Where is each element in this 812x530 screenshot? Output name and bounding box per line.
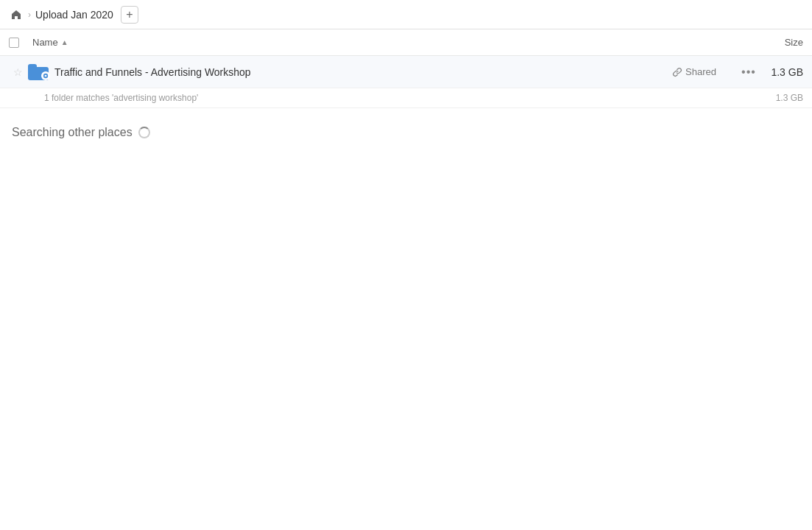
home-button[interactable] (6, 4, 27, 25)
folder-icon (28, 64, 49, 80)
star-icon: ☆ (13, 66, 23, 78)
add-tab-button[interactable]: + (121, 6, 138, 24)
match-info-size: 1.3 GB (776, 93, 803, 103)
more-icon: ••• (741, 66, 756, 79)
select-all-checkbox-col[interactable] (9, 38, 32, 48)
searching-spinner (138, 127, 150, 138)
star-button[interactable]: ☆ (9, 66, 27, 78)
name-col-label: Name (32, 37, 58, 48)
more-options-button[interactable]: ••• (738, 62, 759, 82)
item-size: 1.3 GB (759, 66, 803, 78)
link-icon (672, 67, 682, 77)
shared-label: Shared (685, 66, 716, 77)
breadcrumb-separator: › (28, 10, 31, 20)
sort-arrow-icon: ▲ (61, 38, 68, 46)
size-column-header[interactable]: Size (744, 37, 803, 48)
match-info-text: 1 folder matches 'advertising workshop' (44, 93, 198, 103)
name-column-header[interactable]: Name ▲ (32, 37, 744, 48)
shared-area: Shared (672, 66, 738, 77)
match-info-bar: 1 folder matches 'advertising workshop' … (0, 88, 812, 108)
item-name: Traffic and Funnels - Advertising Worksh… (54, 66, 672, 78)
table-row[interactable]: ☆ Traffic and Funnels - Advertising Work… (0, 56, 812, 88)
table-header: Name ▲ Size (0, 29, 812, 56)
folder-icon-col (27, 64, 50, 80)
searching-section: Searching other places (0, 108, 812, 151)
breadcrumb-label[interactable]: Upload Jan 2020 (32, 9, 116, 21)
select-all-checkbox[interactable] (9, 38, 19, 48)
searching-label: Searching other places (12, 126, 133, 139)
breadcrumb-bar: › Upload Jan 2020 + (0, 0, 812, 29)
